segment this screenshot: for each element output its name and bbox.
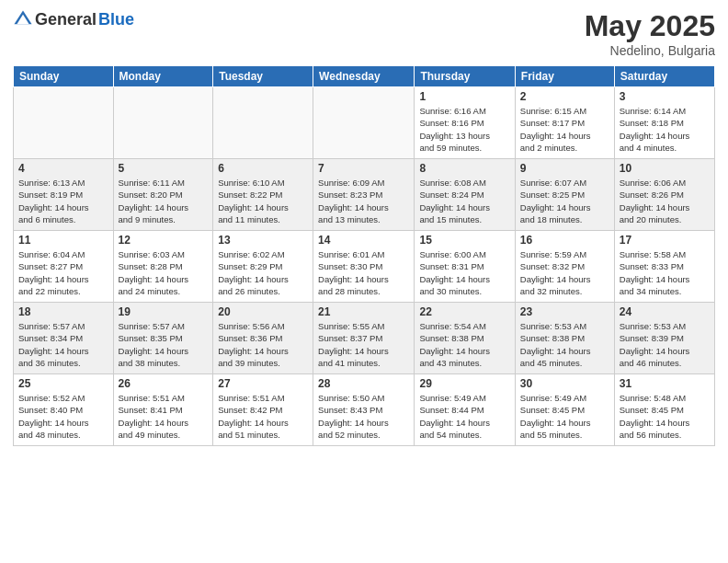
calendar-day-cell: 9Sunrise: 6:07 AM Sunset: 8:25 PM Daylig…: [515, 159, 614, 231]
day-number: 29: [419, 377, 509, 390]
day-number: 11: [18, 234, 108, 247]
day-info: Sunrise: 6:13 AM Sunset: 8:19 PM Dayligh…: [18, 177, 108, 225]
day-info: Sunrise: 5:49 AM Sunset: 8:44 PM Dayligh…: [419, 392, 509, 441]
calendar-day-cell: 22Sunrise: 5:54 AM Sunset: 8:38 PM Dayli…: [415, 303, 515, 374]
logo-blue-text: Blue: [98, 10, 134, 29]
month-title: May 2025: [585, 9, 715, 43]
calendar-table: Sunday Monday Tuesday Wednesday Thursday…: [13, 65, 715, 446]
calendar-day-cell: 13Sunrise: 6:02 AM Sunset: 8:29 PM Dayli…: [213, 231, 313, 303]
day-number: 18: [18, 305, 108, 318]
day-number: 19: [119, 305, 209, 318]
calendar-day-cell: 3Sunrise: 6:14 AM Sunset: 8:18 PM Daylig…: [614, 87, 714, 159]
col-sunday: Sunday: [14, 66, 114, 87]
day-number: 17: [620, 234, 710, 247]
calendar-day-cell: 5Sunrise: 6:11 AM Sunset: 8:20 PM Daylig…: [113, 159, 213, 231]
col-monday: Monday: [113, 66, 213, 87]
day-number: 27: [218, 377, 308, 390]
location-text: Nedelino, Bulgaria: [585, 43, 715, 58]
day-info: Sunrise: 5:53 AM Sunset: 8:39 PM Dayligh…: [620, 320, 710, 369]
day-number: 6: [218, 162, 308, 175]
calendar-day-cell: 29Sunrise: 5:49 AM Sunset: 8:44 PM Dayli…: [415, 374, 515, 446]
col-thursday: Thursday: [415, 66, 515, 87]
day-number: 21: [318, 305, 409, 318]
calendar-day-cell: 19Sunrise: 5:57 AM Sunset: 8:35 PM Dayli…: [113, 303, 213, 374]
day-info: Sunrise: 6:02 AM Sunset: 8:29 PM Dayligh…: [218, 248, 308, 297]
day-info: Sunrise: 6:11 AM Sunset: 8:20 PM Dayligh…: [119, 177, 209, 225]
day-number: 8: [419, 162, 509, 175]
calendar-day-cell: 30Sunrise: 5:49 AM Sunset: 8:45 PM Dayli…: [515, 374, 614, 446]
day-info: Sunrise: 6:15 AM Sunset: 8:17 PM Dayligh…: [520, 105, 609, 154]
day-info: Sunrise: 6:14 AM Sunset: 8:18 PM Dayligh…: [620, 105, 710, 154]
calendar-day-cell: 24Sunrise: 5:53 AM Sunset: 8:39 PM Dayli…: [614, 303, 714, 374]
calendar-day-cell: 28Sunrise: 5:50 AM Sunset: 8:43 PM Dayli…: [313, 374, 415, 446]
calendar-day-cell: 17Sunrise: 5:58 AM Sunset: 8:33 PM Dayli…: [614, 231, 714, 303]
day-info: Sunrise: 5:56 AM Sunset: 8:36 PM Dayligh…: [218, 320, 308, 369]
calendar-day-cell: 7Sunrise: 6:09 AM Sunset: 8:23 PM Daylig…: [313, 159, 415, 231]
day-info: Sunrise: 5:52 AM Sunset: 8:40 PM Dayligh…: [18, 392, 108, 441]
calendar-day-cell: 12Sunrise: 6:03 AM Sunset: 8:28 PM Dayli…: [113, 231, 213, 303]
calendar-day-cell: 21Sunrise: 5:55 AM Sunset: 8:37 PM Dayli…: [313, 303, 415, 374]
day-number: 5: [119, 162, 209, 175]
day-info: Sunrise: 5:54 AM Sunset: 8:38 PM Dayligh…: [419, 320, 509, 369]
day-number: 13: [218, 234, 308, 247]
day-info: Sunrise: 6:03 AM Sunset: 8:28 PM Dayligh…: [119, 248, 209, 297]
day-number: 23: [520, 305, 609, 318]
day-info: Sunrise: 6:09 AM Sunset: 8:23 PM Dayligh…: [318, 177, 409, 225]
day-info: Sunrise: 5:58 AM Sunset: 8:33 PM Dayligh…: [620, 248, 710, 297]
calendar-day-cell: 23Sunrise: 5:53 AM Sunset: 8:38 PM Dayli…: [515, 303, 614, 374]
day-number: 1: [419, 90, 509, 103]
day-number: 3: [620, 90, 710, 103]
day-number: 20: [218, 305, 308, 318]
day-number: 16: [520, 234, 609, 247]
day-number: 14: [318, 234, 409, 247]
calendar-day-cell: 10Sunrise: 6:06 AM Sunset: 8:26 PM Dayli…: [614, 159, 714, 231]
day-info: Sunrise: 5:51 AM Sunset: 8:42 PM Dayligh…: [218, 392, 308, 441]
day-number: 12: [119, 234, 209, 247]
title-block: May 2025 Nedelino, Bulgaria: [585, 9, 715, 58]
logo-icon: [13, 9, 33, 29]
calendar-day-cell: 1Sunrise: 6:16 AM Sunset: 8:16 PM Daylig…: [415, 87, 515, 159]
day-info: Sunrise: 6:07 AM Sunset: 8:25 PM Dayligh…: [520, 177, 609, 225]
calendar-day-cell: 27Sunrise: 5:51 AM Sunset: 8:42 PM Dayli…: [213, 374, 313, 446]
calendar-day-cell: [14, 87, 114, 159]
calendar-day-cell: [113, 87, 213, 159]
logo: General Blue: [13, 9, 134, 29]
day-number: 9: [520, 162, 609, 175]
day-info: Sunrise: 5:49 AM Sunset: 8:45 PM Dayligh…: [520, 392, 609, 441]
calendar-day-cell: 25Sunrise: 5:52 AM Sunset: 8:40 PM Dayli…: [14, 374, 114, 446]
day-number: 7: [318, 162, 409, 175]
day-info: Sunrise: 6:16 AM Sunset: 8:16 PM Dayligh…: [419, 105, 509, 154]
calendar-day-cell: [313, 87, 415, 159]
page-container: General Blue May 2025 Nedelino, Bulgaria…: [0, 0, 728, 563]
day-number: 22: [419, 305, 509, 318]
day-info: Sunrise: 5:55 AM Sunset: 8:37 PM Dayligh…: [318, 320, 409, 369]
calendar-day-cell: [213, 87, 313, 159]
calendar-day-cell: 20Sunrise: 5:56 AM Sunset: 8:36 PM Dayli…: [213, 303, 313, 374]
day-info: Sunrise: 6:00 AM Sunset: 8:31 PM Dayligh…: [419, 248, 509, 297]
calendar-day-cell: 31Sunrise: 5:48 AM Sunset: 8:45 PM Dayli…: [614, 374, 714, 446]
day-info: Sunrise: 5:57 AM Sunset: 8:35 PM Dayligh…: [119, 320, 209, 369]
day-number: 31: [620, 377, 710, 390]
calendar-day-cell: 11Sunrise: 6:04 AM Sunset: 8:27 PM Dayli…: [14, 231, 114, 303]
calendar-day-cell: 18Sunrise: 5:57 AM Sunset: 8:34 PM Dayli…: [14, 303, 114, 374]
calendar-day-cell: 2Sunrise: 6:15 AM Sunset: 8:17 PM Daylig…: [515, 87, 614, 159]
day-number: 24: [620, 305, 710, 318]
day-info: Sunrise: 6:04 AM Sunset: 8:27 PM Dayligh…: [18, 248, 108, 297]
col-tuesday: Tuesday: [213, 66, 313, 87]
day-info: Sunrise: 5:59 AM Sunset: 8:32 PM Dayligh…: [520, 248, 609, 297]
calendar-day-cell: 8Sunrise: 6:08 AM Sunset: 8:24 PM Daylig…: [415, 159, 515, 231]
calendar-day-cell: 26Sunrise: 5:51 AM Sunset: 8:41 PM Dayli…: [113, 374, 213, 446]
col-saturday: Saturday: [614, 66, 714, 87]
day-number: 30: [520, 377, 609, 390]
calendar-day-cell: 15Sunrise: 6:00 AM Sunset: 8:31 PM Dayli…: [415, 231, 515, 303]
logo-general-text: General: [35, 10, 97, 29]
page-header: General Blue May 2025 Nedelino, Bulgaria: [13, 9, 715, 58]
day-number: 2: [520, 90, 609, 103]
day-info: Sunrise: 5:50 AM Sunset: 8:43 PM Dayligh…: [318, 392, 409, 441]
day-number: 26: [119, 377, 209, 390]
day-number: 15: [419, 234, 509, 247]
day-info: Sunrise: 6:10 AM Sunset: 8:22 PM Dayligh…: [218, 177, 308, 225]
day-info: Sunrise: 5:57 AM Sunset: 8:34 PM Dayligh…: [18, 320, 108, 369]
day-number: 4: [18, 162, 108, 175]
day-info: Sunrise: 6:01 AM Sunset: 8:30 PM Dayligh…: [318, 248, 409, 297]
